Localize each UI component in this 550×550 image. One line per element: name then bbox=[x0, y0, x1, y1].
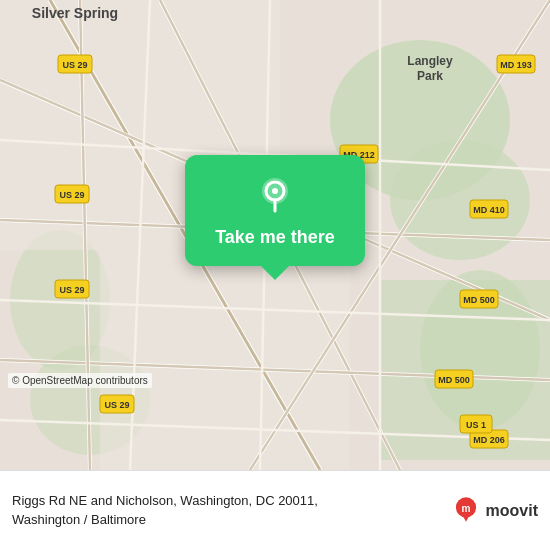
svg-text:MD 410: MD 410 bbox=[473, 205, 505, 215]
svg-text:Silver Spring: Silver Spring bbox=[32, 5, 118, 21]
address-info: Riggs Rd NE and Nicholson, Washington, D… bbox=[12, 492, 438, 528]
svg-text:MD 500: MD 500 bbox=[463, 295, 495, 305]
svg-text:US 1: US 1 bbox=[466, 420, 486, 430]
svg-point-2 bbox=[390, 140, 530, 260]
svg-text:US 29: US 29 bbox=[62, 60, 87, 70]
svg-text:m: m bbox=[461, 502, 470, 513]
svg-point-56 bbox=[272, 188, 278, 194]
svg-text:US 29: US 29 bbox=[104, 400, 129, 410]
svg-text:MD 193: MD 193 bbox=[500, 60, 532, 70]
moovit-logo: m moovit bbox=[448, 493, 538, 529]
map-container: US 29 US 29 US 29 US 29 MD 212 MD 193 MD… bbox=[0, 0, 550, 470]
moovit-text: moovit bbox=[486, 502, 538, 520]
copyright-text: © OpenStreetMap contributors bbox=[8, 373, 152, 388]
address-line1: Riggs Rd NE and Nicholson, Washington, D… bbox=[12, 492, 438, 510]
moovit-logo-icon: m bbox=[448, 493, 484, 529]
info-bar: Riggs Rd NE and Nicholson, Washington, D… bbox=[0, 470, 550, 550]
svg-text:US 29: US 29 bbox=[59, 285, 84, 295]
svg-text:US 29: US 29 bbox=[59, 190, 84, 200]
svg-text:MD 500: MD 500 bbox=[438, 375, 470, 385]
location-pin-icon bbox=[253, 173, 297, 217]
popup-label: Take me there bbox=[215, 227, 335, 248]
svg-text:MD 206: MD 206 bbox=[473, 435, 505, 445]
popup-card[interactable]: Take me there bbox=[185, 155, 365, 266]
svg-text:Park: Park bbox=[417, 69, 443, 83]
svg-text:Langley: Langley bbox=[407, 54, 453, 68]
address-line2: Washington / Baltimore bbox=[12, 511, 438, 529]
svg-marker-59 bbox=[461, 512, 471, 521]
